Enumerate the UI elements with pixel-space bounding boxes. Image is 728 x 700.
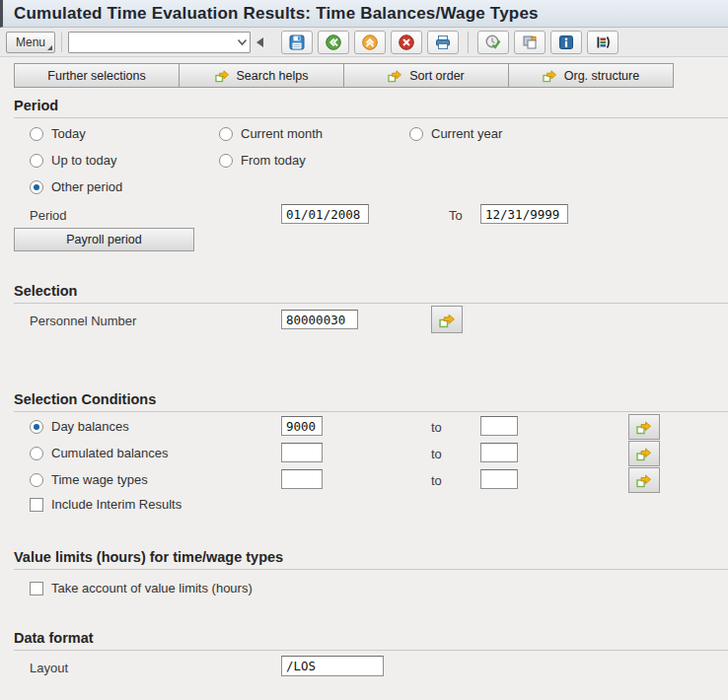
menu-corner-icon: [47, 45, 52, 50]
personnel-number-label: Personnel Number: [30, 314, 136, 328]
collapse-command-icon[interactable]: [256, 37, 263, 47]
data-format-heading: Data format: [14, 630, 728, 651]
period-to-input[interactable]: [480, 204, 568, 224]
range-to-label: to: [431, 447, 442, 461]
checkbox-label: Take account of value limits (hours): [51, 581, 253, 595]
include-interim-results-checkbox[interactable]: Include Interim Results: [30, 497, 182, 512]
selection-arrow-icon: [215, 68, 230, 83]
period-to-label: To: [449, 208, 463, 223]
further-selections-button[interactable]: Further selections: [14, 63, 180, 88]
toolbar-iconbar: [281, 31, 619, 54]
exit-button[interactable]: [354, 31, 386, 54]
radio-icon: [30, 447, 43, 460]
time-wage-types-to-input[interactable]: [480, 469, 518, 489]
radio-cumulated-balances[interactable]: Cumulated balances: [30, 446, 169, 460]
checkbox-icon: [30, 582, 43, 595]
radio-today[interactable]: Today: [30, 126, 86, 141]
cumulated-balances-multiselect-button[interactable]: [628, 441, 660, 466]
menu-button[interactable]: Menu: [6, 32, 55, 53]
save-button[interactable]: [281, 31, 313, 54]
radio-up-to-today[interactable]: Up to today: [30, 153, 117, 168]
sort-order-button[interactable]: Sort order: [343, 63, 509, 88]
table-layout-icon: [594, 34, 612, 51]
back-button[interactable]: [318, 31, 349, 54]
button-label: Search helps: [237, 69, 309, 83]
personnel-multiselect-button[interactable]: [431, 306, 463, 333]
radio-from-today[interactable]: From today: [219, 153, 306, 168]
personnel-number-input[interactable]: [281, 310, 358, 329]
radio-current-month[interactable]: Current month: [219, 126, 323, 141]
radio-icon: [30, 473, 43, 487]
selection-arrow-icon: [543, 68, 557, 83]
radio-day-balances[interactable]: Day balances: [30, 419, 129, 434]
layout-input[interactable]: [281, 656, 384, 676]
radio-icon: [30, 180, 43, 194]
value-limits-heading: Value limits (hours) for time/wage types: [14, 549, 728, 570]
command-field[interactable]: [68, 32, 251, 53]
radio-icon: [30, 127, 43, 141]
radio-label: Up to today: [51, 153, 117, 168]
back-icon: [325, 34, 342, 51]
table-layout-button[interactable]: [587, 31, 619, 54]
title-bar: Cumulated Time Evaluation Results: Time …: [0, 0, 728, 28]
day-balances-from-input[interactable]: [281, 416, 323, 436]
radio-label: Cumulated balances: [51, 446, 169, 460]
selection-heading: Selection: [14, 283, 728, 304]
clock-check-icon: [484, 34, 502, 51]
print-icon: [434, 34, 452, 51]
copy-button[interactable]: [514, 31, 546, 54]
multiselect-arrow-icon: [636, 446, 652, 461]
value-limits-checkbox[interactable]: Take account of value limits (hours): [30, 581, 253, 595]
menu-button-label: Menu: [16, 35, 45, 49]
checkbox-icon: [30, 498, 43, 512]
toolbar-separator: [468, 32, 469, 53]
radio-label: Day balances: [51, 419, 129, 434]
selection-conditions-heading: Selection Conditions: [14, 391, 728, 412]
sap-window: Cumulated Time Evaluation Results: Time …: [0, 0, 728, 700]
info-icon: [557, 34, 575, 51]
radio-time-wage-types[interactable]: Time wage types: [30, 472, 148, 487]
checkbox-label: Include Interim Results: [51, 497, 182, 512]
payroll-period-button[interactable]: Payroll period: [14, 228, 194, 251]
org-structure-button[interactable]: Org. structure: [508, 63, 674, 88]
radio-label: Current month: [241, 126, 323, 141]
clock-check-button[interactable]: [477, 31, 509, 54]
radio-icon: [409, 127, 423, 141]
cancel-button[interactable]: [391, 31, 422, 54]
cumulated-balances-from-input[interactable]: [281, 443, 323, 462]
radio-label: Today: [51, 126, 86, 141]
day-balances-multiselect-button[interactable]: [628, 414, 660, 440]
save-icon: [288, 34, 306, 51]
cancel-icon: [398, 34, 415, 51]
chevron-down-icon[interactable]: [234, 38, 250, 46]
button-label: Org. structure: [564, 69, 639, 83]
layout-label: Layout: [30, 661, 68, 675]
radio-label: From today: [241, 153, 306, 168]
button-label: Further selections: [47, 69, 145, 83]
day-balances-to-input[interactable]: [480, 416, 518, 436]
range-to-label: to: [431, 420, 442, 435]
period-heading: Period: [14, 98, 728, 118]
radio-other-period[interactable]: Other period: [30, 179, 122, 194]
radio-icon: [219, 154, 233, 168]
multiselect-arrow-icon: [636, 472, 652, 488]
selection-arrow-icon: [388, 68, 402, 83]
application-toolbar: Further selections Search helps Sort ord…: [14, 63, 674, 88]
button-label: Sort order: [409, 69, 465, 83]
radio-icon: [30, 420, 43, 434]
radio-label: Time wage types: [51, 472, 148, 487]
print-button[interactable]: [427, 31, 459, 54]
multiselect-arrow-icon: [439, 312, 456, 328]
time-wage-types-multiselect-button[interactable]: [628, 467, 660, 493]
time-wage-types-from-input[interactable]: [281, 469, 323, 489]
info-button[interactable]: [550, 31, 582, 54]
radio-label: Other period: [51, 179, 122, 194]
cumulated-balances-to-input[interactable]: [480, 443, 518, 462]
radio-icon: [30, 154, 43, 168]
copy-icon: [521, 34, 539, 51]
radio-current-year[interactable]: Current year: [409, 126, 502, 141]
search-helps-button[interactable]: Search helps: [179, 63, 344, 88]
multiselect-arrow-icon: [636, 419, 652, 435]
period-from-input[interactable]: [281, 204, 369, 224]
range-to-label: to: [431, 473, 442, 488]
